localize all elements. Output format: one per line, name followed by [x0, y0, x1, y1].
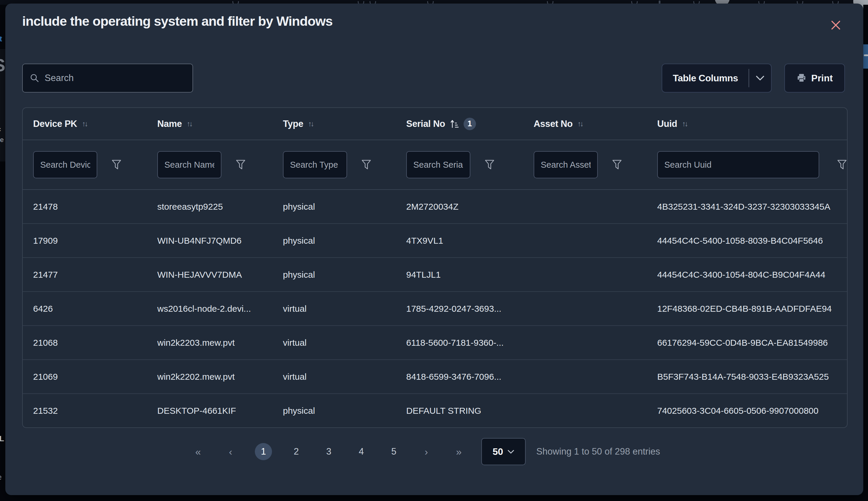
- cell-type: virtual: [273, 304, 396, 314]
- column-label: Asset No: [534, 119, 573, 129]
- cell-name: win2k2203.mew.pvt: [147, 338, 273, 348]
- column-header-device-pk[interactable]: Device PK ↑↓: [23, 119, 147, 129]
- close-icon: [831, 20, 841, 30]
- cell-device-pk: 21068: [23, 338, 147, 348]
- filter-input-device-pk[interactable]: [33, 151, 97, 178]
- cell-device-pk: 21477: [23, 270, 147, 280]
- background-text-fragment: c: [0, 125, 1, 133]
- search-icon: [30, 73, 39, 83]
- modal-title: include the operating system and filter …: [22, 14, 333, 29]
- filter-input-type[interactable]: [283, 151, 347, 178]
- first-page-button[interactable]: «: [190, 446, 206, 458]
- background-heading-fragment: S: [0, 55, 5, 75]
- column-label: Device PK: [33, 119, 77, 129]
- cell-uuid: 44454C4C-5400-1058-8039-B4C04F5646: [647, 236, 847, 246]
- table-row[interactable]: 21477 WIN-HEJAVVV7DMA physical 94TLJL1 4…: [23, 258, 847, 292]
- background-link-fragment: at: [0, 34, 2, 43]
- background-button-fragment: [863, 44, 868, 68]
- pagination: « ‹ 1 2 3 4 5 › » 50 Showing 1 to 50 of …: [190, 437, 660, 466]
- filter-icon[interactable]: [111, 159, 121, 170]
- filter-input-asset-no[interactable]: [534, 151, 598, 178]
- table-columns-button[interactable]: Table Columns: [662, 64, 772, 93]
- filter-icon[interactable]: [361, 159, 371, 170]
- background-left-edge: at S c de TL te: [0, 5, 5, 501]
- sort-icon: ↑↓: [308, 119, 313, 128]
- sort-ascending-icon: [450, 119, 459, 129]
- column-label: Serial No: [406, 119, 445, 129]
- table-columns-label: Table Columns: [662, 73, 749, 84]
- sort-icon: ↑↓: [682, 119, 687, 128]
- filter-icon[interactable]: [485, 159, 495, 170]
- previous-page-button[interactable]: ‹: [222, 446, 239, 458]
- cell-serial-no: DEFAULT STRING: [396, 406, 523, 416]
- page-button-5[interactable]: 5: [386, 446, 402, 457]
- table-row[interactable]: 6426 ws2016cl-node-2.devi... virtual 178…: [23, 292, 847, 326]
- cell-type: physical: [273, 202, 396, 212]
- cell-serial-no: 4TX9VL1: [396, 236, 523, 246]
- filter-icon[interactable]: [236, 159, 246, 170]
- sort-icon: ↑↓: [82, 119, 87, 128]
- column-header-asset-no[interactable]: Asset No ↑↓: [523, 119, 647, 129]
- page-button-2[interactable]: 2: [288, 446, 304, 457]
- chevron-down-icon[interactable]: [749, 75, 771, 81]
- background-text-fragment: de: [0, 136, 3, 144]
- filter-input-uuid[interactable]: [657, 151, 819, 178]
- cell-type: physical: [273, 270, 396, 280]
- close-button[interactable]: [828, 17, 844, 33]
- cell-type: physical: [273, 236, 396, 246]
- search-input[interactable]: [44, 73, 185, 84]
- page-button-1-active[interactable]: 1: [255, 443, 272, 460]
- filter-icon[interactable]: [612, 159, 622, 170]
- print-label: Print: [811, 73, 833, 84]
- devices-modal: include the operating system and filter …: [5, 3, 863, 495]
- cell-name: ws2016cl-node-2.devi...: [147, 304, 273, 314]
- cell-name: win2k2202.mew.pvt: [147, 372, 273, 382]
- cell-serial-no: 8418-6599-3476-7096...: [396, 372, 523, 382]
- table-filter-row: [23, 140, 847, 190]
- cell-uuid: 12F48368-02ED-CB4B-891B-AADFDFAE94: [647, 304, 847, 314]
- print-button[interactable]: Print: [784, 64, 845, 93]
- table-row[interactable]: 21478 storeeasytp9225 physical 2M2720034…: [23, 190, 847, 224]
- sort-icon: ↑↓: [186, 119, 192, 128]
- entries-summary: Showing 1 to 50 of 298 entries: [536, 446, 660, 457]
- cell-type: virtual: [273, 338, 396, 348]
- background-right-edge: [863, 5, 868, 501]
- column-header-type[interactable]: Type ↑↓: [273, 119, 396, 129]
- column-header-name[interactable]: Name ↑↓: [147, 119, 273, 129]
- cell-device-pk: 17909: [23, 236, 147, 246]
- last-page-button[interactable]: »: [451, 446, 467, 458]
- page-size-select[interactable]: 50: [481, 438, 525, 465]
- filter-input-serial-no[interactable]: [406, 151, 470, 178]
- table-row[interactable]: 17909 WIN-UB4NFJ7QMD6 physical 4TX9VL1 4…: [23, 224, 847, 258]
- filter-icon[interactable]: [837, 159, 847, 170]
- cell-serial-no: 2M2720034Z: [396, 202, 523, 212]
- table-row[interactable]: 21532 DESKTOP-4661KIF physical DEFAULT S…: [23, 394, 847, 427]
- cell-name: DESKTOP-4661KIF: [147, 406, 273, 416]
- sort-order-badge: 1: [464, 118, 476, 130]
- cell-device-pk: 21478: [23, 202, 147, 212]
- cell-type: virtual: [273, 372, 396, 382]
- cell-serial-no: 94TLJL1: [396, 270, 523, 280]
- cell-device-pk: 6426: [23, 304, 147, 314]
- filter-input-name[interactable]: [157, 151, 221, 178]
- column-label: Name: [157, 119, 182, 129]
- sort-icon: ↑↓: [577, 119, 583, 128]
- cell-device-pk: 21532: [23, 406, 147, 416]
- column-label: Type: [283, 119, 303, 129]
- table-row[interactable]: 21069 win2k2202.mew.pvt virtual 8418-659…: [23, 360, 847, 394]
- cell-uuid: 4B325231-3341-324D-3237-32303033345A: [647, 202, 847, 212]
- cell-name: WIN-UB4NFJ7QMD6: [147, 236, 273, 246]
- devices-table: Device PK ↑↓ Name ↑↓ Type ↑↓ Serial No: [22, 107, 848, 428]
- cell-serial-no: 6118-5600-7181-9360-...: [396, 338, 523, 348]
- cell-name: storeeasytp9225: [147, 202, 273, 212]
- cell-uuid: 66176294-59CC-0D4B-9BCA-EA81549986: [647, 338, 847, 348]
- background-text-fragment: te: [0, 472, 2, 482]
- column-header-serial-no[interactable]: Serial No 1: [396, 118, 523, 130]
- next-page-button[interactable]: ›: [418, 446, 435, 458]
- page-button-3[interactable]: 3: [321, 446, 337, 457]
- table-row[interactable]: 21068 win2k2203.mew.pvt virtual 6118-560…: [23, 326, 847, 360]
- background-button-glyph: [864, 54, 868, 56]
- screen: at S c de TL te include the operating sy…: [0, 0, 868, 501]
- column-header-uuid[interactable]: Uuid ↑↓: [647, 119, 847, 129]
- page-button-4[interactable]: 4: [353, 446, 370, 457]
